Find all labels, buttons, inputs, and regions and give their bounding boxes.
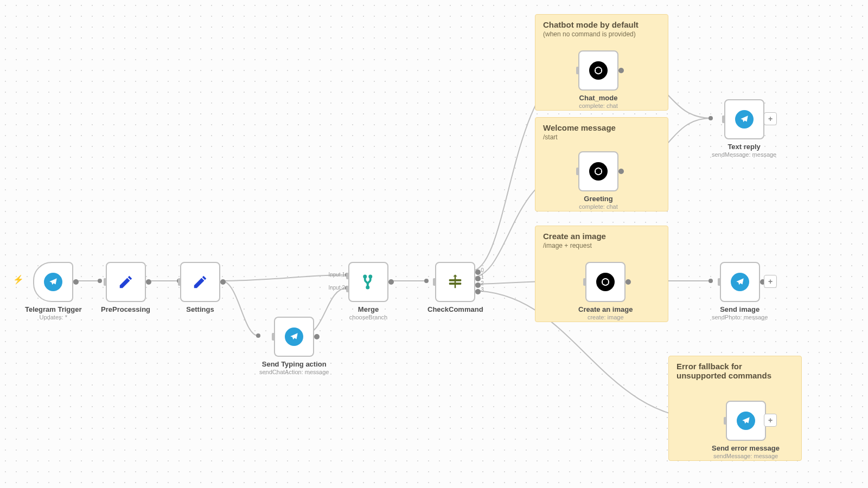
sticky-title: Create an image [543, 232, 660, 241]
node-label: Greeting [584, 195, 612, 203]
node-sublabel: chooseBranch [349, 314, 387, 320]
sticky-sub: /image + request [543, 242, 660, 249]
node-sublabel: sendChatAction: message [259, 369, 329, 375]
add-node-button[interactable]: + [764, 275, 777, 288]
node-telegram-trigger[interactable]: Telegram Trigger Updates: * [25, 262, 82, 320]
node-merge[interactable]: Input 1 Input 2 Merge chooseBranch [348, 262, 388, 320]
node-preprocessing[interactable]: PreProcessing [101, 262, 150, 313]
node-settings[interactable]: Settings [180, 262, 220, 313]
openai-icon [589, 61, 608, 80]
telegram-icon [44, 273, 62, 291]
node-label: Chat_mode [579, 94, 618, 102]
plus-icon: + [768, 277, 773, 286]
sticky-sub: (when no command is provided) [543, 30, 660, 38]
node-send-error[interactable]: Send error message sendMessage: message [712, 401, 780, 459]
openai-icon [589, 162, 608, 181]
telegram-icon [731, 273, 749, 291]
port-label: 2 [481, 280, 484, 286]
svg-rect-17 [455, 276, 456, 288]
telegram-icon [285, 328, 303, 346]
node-checkcommand[interactable]: 0 1 2 3 CheckCommand [427, 262, 483, 313]
openai-icon [596, 273, 615, 291]
node-sublabel: Updates: * [40, 314, 67, 320]
add-node-button[interactable]: + [764, 414, 777, 427]
node-sublabel: complete: chat [579, 102, 618, 109]
svg-point-13 [369, 275, 371, 277]
svg-point-14 [367, 286, 368, 288]
node-label: CheckCommand [427, 305, 483, 313]
node-label: Text reply [727, 143, 760, 151]
add-node-button[interactable]: + [764, 112, 777, 125]
port-label: 0 [481, 267, 484, 273]
node-label: Send Typing action [262, 360, 327, 368]
node-label: PreProcessing [101, 305, 150, 313]
sticky-title: Error fallback for unsupported commands [676, 362, 794, 380]
telegram-icon [735, 110, 754, 129]
lightning-icon: ⚡ [13, 274, 24, 285]
pencil-icon [192, 274, 208, 290]
node-sublabel: complete: chat [579, 203, 618, 210]
node-label: Merge [358, 305, 379, 313]
node-sublabel: sendMessage: message [713, 453, 778, 459]
node-label: Settings [186, 305, 214, 313]
switch-icon [447, 274, 463, 290]
port-label: 1 [481, 274, 484, 280]
node-send-typing[interactable]: Send Typing action sendChatAction: messa… [259, 317, 329, 375]
plus-icon: + [768, 114, 773, 123]
merge-icon [360, 274, 376, 290]
svg-point-12 [364, 275, 366, 277]
node-text-reply[interactable]: Text reply sendMessage: message [712, 99, 776, 158]
node-label: Send error message [712, 444, 780, 452]
node-sublabel: sendPhoto: message [712, 314, 768, 320]
sticky-title: Welcome message [543, 123, 660, 132]
plus-icon: + [768, 416, 773, 425]
node-label: Create an image [578, 305, 633, 313]
node-sublabel: create: image [588, 314, 624, 320]
port-label: Input 1 [328, 272, 345, 278]
node-create-image[interactable]: Create an image create: image [578, 262, 633, 320]
node-label: Send image [720, 305, 760, 313]
sticky-sub: /start [543, 133, 660, 141]
telegram-icon [737, 412, 755, 430]
port-label: Input 2 [328, 285, 345, 291]
sticky-title: Chatbot mode by default [543, 20, 660, 29]
workflow-canvas[interactable]: Chatbot mode by default (when no command… [0, 0, 868, 488]
node-sublabel: sendMessage: message [712, 151, 776, 158]
pencil-icon [118, 274, 134, 290]
node-send-image[interactable]: Send image sendPhoto: message [712, 262, 768, 320]
node-greeting[interactable]: Greeting complete: chat [578, 151, 618, 210]
node-label: Telegram Trigger [25, 305, 82, 313]
node-chat-mode[interactable]: Chat_mode complete: chat [578, 50, 618, 109]
port-label: 3 [481, 287, 484, 293]
